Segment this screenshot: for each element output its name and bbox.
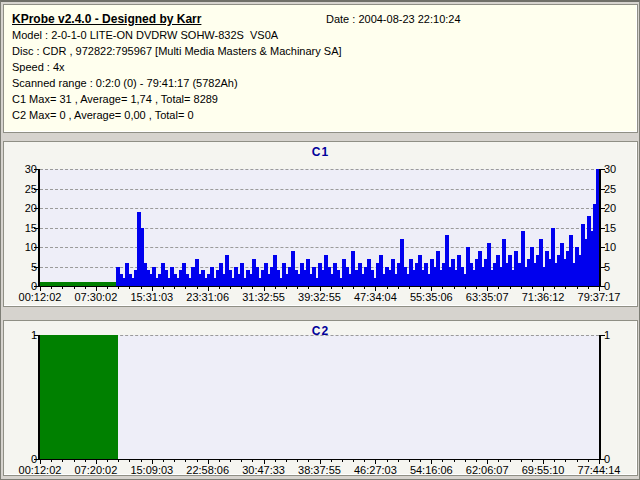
x-axis-tick [454, 287, 455, 289]
x-axis-tick [230, 287, 231, 289]
header-title-row: KProbe v2.4.0 - Designed by Karr Date : … [12, 10, 629, 27]
x-tick-label: 77:44:14 [567, 464, 631, 476]
x-axis-tick [476, 460, 477, 462]
scan-info-panel: KProbe v2.4.0 - Designed by Karr Date : … [3, 4, 638, 133]
c1-chart-title: C1 [4, 145, 637, 159]
y-axis-left [38, 169, 40, 287]
x-axis-tick [565, 460, 566, 462]
x-tick-label: 23:31:06 [176, 291, 240, 303]
x-axis-tick [275, 460, 276, 462]
x-axis-tick [264, 287, 265, 291]
y-axis-tick [601, 247, 605, 248]
x-axis-tick [275, 287, 276, 289]
x-axis-tick [588, 287, 589, 289]
x-axis-tick [364, 287, 365, 289]
x-axis-tick [331, 460, 332, 462]
x-axis-tick [521, 460, 522, 462]
x-axis-tick [454, 460, 455, 462]
x-axis-tick [532, 287, 533, 289]
x-axis-tick [353, 460, 354, 462]
x-tick-label: 71:36:12 [511, 291, 575, 303]
kprobe-report-window: KProbe v2.4.0 - Designed by Karr Date : … [0, 0, 640, 480]
x-axis-tick [141, 460, 142, 462]
y-axis-tick [34, 459, 38, 460]
x-axis-tick [320, 287, 321, 291]
x-axis-tick [521, 287, 522, 289]
c1-stats-line: C1 Max= 31 , Average= 1,74 , Total= 8289 [12, 91, 629, 107]
gridline [40, 247, 599, 248]
x-tick-label: 69:55:10 [511, 464, 575, 476]
scanned-range-line: Scanned range : 0:2:0 (0) - 79:41:17 (57… [12, 75, 629, 91]
y-axis-tick [34, 189, 38, 190]
y-axis-tick [601, 208, 605, 209]
x-axis-tick [431, 287, 432, 291]
x-axis-tick [353, 287, 354, 289]
x-axis-tick [331, 287, 332, 289]
x-tick-label: 46:27:03 [343, 464, 407, 476]
y-tick-label: 10 [6, 241, 37, 253]
c2-plot-area [40, 335, 599, 459]
x-tick-label: 38:37:55 [288, 464, 352, 476]
x-axis-tick [241, 287, 242, 289]
y-tick-label: 20 [6, 202, 37, 214]
x-axis-tick [398, 460, 399, 462]
x-axis-tick [51, 460, 52, 462]
x-axis-tick [409, 460, 410, 462]
x-axis-tick [185, 287, 186, 289]
y-tick-label: 20 [604, 202, 634, 214]
model-line: Model : 2-0-1-0 LITE-ON DVDRW SOHW-832S … [12, 27, 629, 43]
gridline [40, 335, 599, 336]
y-tick-label: 1 [6, 329, 37, 341]
x-axis-tick [510, 460, 511, 462]
y-axis-left [38, 335, 40, 460]
x-axis-tick [442, 460, 443, 462]
x-axis-tick [163, 287, 164, 289]
x-axis-tick [85, 287, 86, 289]
y-axis-tick [601, 335, 605, 336]
x-tick-label: 00:12:02 [8, 291, 72, 303]
x-axis-tick [40, 287, 41, 291]
gridline [40, 208, 599, 209]
c2-stats-line: C2 Max= 0 , Average= 0,00 , Total= 0 [12, 107, 629, 123]
x-axis-tick [264, 460, 265, 464]
y-axis-tick [34, 228, 38, 229]
y-tick-label: 5 [6, 261, 37, 273]
x-axis-tick [320, 460, 321, 464]
x-axis-tick [96, 460, 97, 464]
disc-line: Disc : CDR , 972822:795967 [Multi Media … [12, 43, 629, 59]
x-tick-label: 30:47:33 [232, 464, 296, 476]
y-tick-label: 30 [604, 163, 634, 175]
x-axis-tick [118, 460, 119, 462]
x-axis-tick [163, 460, 164, 462]
y-tick-label: 5 [604, 261, 634, 273]
x-tick-label: 00:12:02 [8, 464, 72, 476]
y-axis-tick [601, 286, 605, 287]
x-axis-tick [465, 460, 466, 462]
x-axis-tick [51, 287, 52, 289]
x-axis-tick [219, 287, 220, 289]
x-axis-tick [286, 287, 287, 289]
x-axis-tick [174, 460, 175, 462]
x-tick-label: 55:35:06 [399, 291, 463, 303]
x-axis-tick [431, 460, 432, 464]
x-axis-tick [442, 287, 443, 289]
x-axis-tick [375, 287, 376, 291]
x-axis-tick [554, 287, 555, 289]
x-axis-tick [174, 287, 175, 289]
y-axis-tick [34, 286, 38, 287]
x-axis-tick [465, 287, 466, 289]
x-axis-tick [85, 460, 86, 462]
x-axis-tick [208, 460, 209, 464]
x-axis-tick [599, 460, 600, 464]
app-title: KProbe v2.4.0 - Designed by Karr [12, 12, 201, 26]
x-axis-tick [241, 460, 242, 462]
x-axis-tick [342, 460, 343, 462]
x-axis-tick [219, 460, 220, 462]
x-axis-tick [420, 287, 421, 289]
x-axis-tick [141, 287, 142, 289]
x-axis-tick [599, 287, 600, 291]
x-axis-tick [420, 460, 421, 462]
x-axis-tick [252, 460, 253, 462]
y-axis-tick [34, 208, 38, 209]
x-axis-tick [487, 460, 488, 464]
